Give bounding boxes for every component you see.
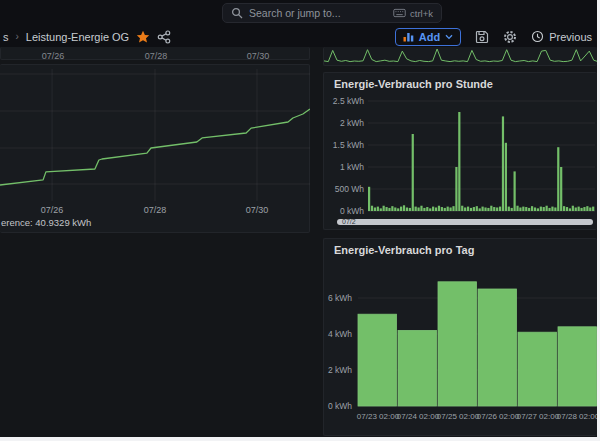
gear-icon (503, 30, 517, 44)
dashboard-settings-button[interactable] (503, 30, 517, 44)
shortcut-hint: ctrl+k (393, 8, 433, 19)
daily-bar-chart[interactable]: 6 kWh4 kWh2 kWh0 kWh07/23 02:0007/24 02:… (324, 275, 598, 435)
graph-bar-icon (403, 31, 414, 42)
breadcrumb-parent[interactable]: s (3, 31, 9, 43)
star-icon (136, 30, 150, 44)
svg-text:4 kWh: 4 kWh (328, 329, 352, 339)
search-icon (231, 7, 243, 19)
svg-text:1.5 kWh: 1.5 kWh (333, 140, 364, 150)
svg-text:07/26: 07/26 (42, 51, 65, 61)
add-button-label: Add (419, 31, 440, 43)
breadcrumb: s › Leistung-Energie OG (3, 26, 171, 47)
svg-text:1 kWh: 1 kWh (340, 162, 364, 172)
chevron-down-icon (445, 34, 453, 40)
dashboard-toolbar: s › Leistung-Energie OG (0, 26, 597, 47)
svg-text:07/27 02:00: 07/27 02:00 (517, 412, 560, 421)
grafana-dashboard: Search or jump to... ctrl+k s › Leistung… (0, 0, 600, 441)
share-icon (157, 30, 171, 44)
save-dashboard-button[interactable] (475, 30, 489, 44)
svg-text:07/25 02:00: 07/25 02:00 (437, 412, 480, 421)
add-panel-button[interactable]: Add (395, 28, 461, 46)
svg-text:2 kWh: 2 kWh (328, 365, 352, 375)
breadcrumb-separator: › (16, 31, 19, 42)
panel-cropped-right (323, 47, 597, 66)
svg-text:6 kWh: 6 kWh (328, 293, 352, 303)
svg-text:07/23 02:00: 07/23 02:00 (357, 412, 400, 421)
svg-text:0 kWh: 0 kWh (340, 206, 364, 215)
search-placeholder: Search or jump to... (249, 7, 387, 19)
breadcrumb-dashboard-title[interactable]: Leistung-Energie OG (26, 31, 129, 43)
shortcut-text: ctrl+k (410, 8, 433, 19)
cropped-left-axis-ticks: 07/2607/2807/30 (1, 48, 311, 61)
top-nav-bar: Search or jump to... ctrl+k (0, 0, 597, 26)
svg-text:07/30: 07/30 (246, 205, 269, 215)
panel-cropped-left: 07/2607/2807/30 (0, 47, 310, 60)
svg-text:07/24 02:00: 07/24 02:00 (397, 412, 440, 421)
panel-energy-total: 07/2607/2807/30 erence: 40.9329 kWh (0, 64, 310, 233)
time-range-label: Previous (549, 31, 592, 43)
panel-energie-verbrauch-pro-stunde: Energie-Verbrauch pro Stunde 2.5 kWh2 kW… (323, 72, 597, 230)
panel-energie-verbrauch-pro-tag: Energie-Verbrauch pro Tag 6 kWh4 kWh2 kW… (323, 238, 597, 436)
svg-text:2.5 kWh: 2.5 kWh (333, 96, 364, 106)
energy-total-line-chart[interactable]: 07/2607/2807/30 (0, 65, 310, 217)
search-input[interactable]: Search or jump to... ctrl+k (222, 3, 442, 23)
keyboard-icon (393, 8, 406, 18)
legend-difference[interactable]: erence: 40.9329 kWh (1, 217, 91, 228)
svg-text:07/28 02:00: 07/28 02:00 (557, 412, 598, 421)
clock-icon (531, 30, 544, 43)
svg-text:500 Wh: 500 Wh (335, 184, 365, 194)
panel-title-stunde[interactable]: Energie-Verbrauch pro Stunde (324, 73, 597, 90)
favorite-star-button[interactable] (136, 30, 150, 44)
svg-text:07/28: 07/28 (145, 51, 168, 61)
svg-text:07/26: 07/26 (41, 205, 64, 215)
svg-text:07/26 02:00: 07/26 02:00 (477, 412, 520, 421)
save-icon (475, 30, 489, 44)
scrollbar-tick-label: 07/2 (342, 219, 356, 225)
svg-text:0 kWh: 0 kWh (328, 401, 352, 411)
panel-title-tag[interactable]: Energie-Verbrauch pro Tag (324, 239, 597, 256)
hourly-bar-chart[interactable]: 2.5 kWh2 kWh1.5 kWh1 kWh500 Wh0 kWh (324, 91, 598, 215)
share-button[interactable] (157, 30, 171, 44)
svg-text:2 kWh: 2 kWh (340, 118, 364, 128)
x-axis-scrollbar[interactable]: 07/2 (337, 219, 593, 225)
svg-text:07/28: 07/28 (144, 205, 167, 215)
cropped-power-mini-chart (324, 47, 597, 64)
time-range-picker[interactable]: Previous (531, 30, 592, 43)
svg-text:07/30: 07/30 (247, 51, 270, 61)
toolbar-actions: Add (395, 26, 592, 47)
